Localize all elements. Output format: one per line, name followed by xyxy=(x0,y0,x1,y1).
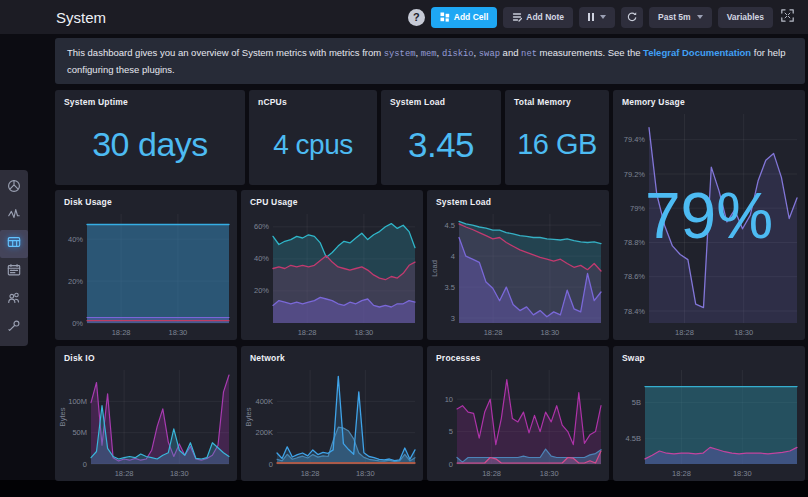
panel-system-load-chart[interactable]: System Load 18:2818:3033.544.5Load xyxy=(427,190,609,340)
panel-system-uptime[interactable]: System Uptime 30 days xyxy=(55,90,245,185)
dashboard-header: System ? Add Cell Add Note Past 5m xyxy=(0,0,808,34)
panel-network[interactable]: Network 18:2818:300200K400KBytes xyxy=(241,346,423,481)
chart-row-2: Disk IO 18:2818:30050M100MBytes Network … xyxy=(55,346,805,481)
variables-button[interactable]: Variables xyxy=(718,7,773,28)
svg-text:40%: 40% xyxy=(254,254,269,263)
panel-title: Disk Usage xyxy=(55,190,237,207)
svg-text:18:28: 18:28 xyxy=(112,328,131,337)
host-list-icon xyxy=(7,179,21,197)
upper-grid: System Uptime 30 days nCPUs 4 cpus Syste… xyxy=(55,90,805,340)
svg-text:18:30: 18:30 xyxy=(169,328,188,337)
network-chart: 18:2818:300200K400KBytes xyxy=(243,364,421,479)
svg-text:18:28: 18:28 xyxy=(298,328,317,337)
stat-value-total-memory: 16 GB xyxy=(505,104,609,185)
memory-usage-chart: 18:2818:3079.4%79.2%79%78.8%78.6%78.4% xyxy=(615,108,803,338)
svg-text:3.5: 3.5 xyxy=(445,283,455,292)
expand-icon xyxy=(781,9,794,22)
panel-disk-io[interactable]: Disk IO 18:2818:30050M100MBytes xyxy=(55,346,237,481)
panel-ncpus[interactable]: nCPUs 4 cpus xyxy=(249,90,377,185)
svg-text:18:30: 18:30 xyxy=(733,469,752,478)
svg-text:79.4%: 79.4% xyxy=(624,135,646,144)
variables-label: Variables xyxy=(727,12,764,22)
svg-text:4.5B: 4.5B xyxy=(626,434,641,443)
add-cell-button[interactable]: Add Cell xyxy=(431,7,497,28)
sidebar-item-dashboards-calendar[interactable] xyxy=(0,258,28,286)
nav-sidebar xyxy=(0,170,28,346)
swap-chart: 18:2818:304.5B5B xyxy=(615,364,803,479)
banner-text: and xyxy=(500,47,521,58)
panel-memory-usage[interactable]: Memory Usage 18:2818:3079.4%79.2%79%78.8… xyxy=(613,90,805,340)
panel-title: Network xyxy=(241,346,423,363)
help-button[interactable]: ? xyxy=(408,9,425,26)
telegraf-documentation-link[interactable]: Telegraf Documentation xyxy=(643,47,751,58)
svg-text:100M: 100M xyxy=(68,397,87,406)
panel-swap[interactable]: Swap 18:2818:304.5B5B xyxy=(613,346,805,481)
svg-text:10: 10 xyxy=(445,395,453,404)
banner-text: net xyxy=(521,49,537,59)
chevron-down-icon xyxy=(697,15,703,19)
sidebar-item-configuration[interactable] xyxy=(0,314,28,342)
svg-text:60%: 60% xyxy=(254,222,269,231)
panel-title: CPU Usage xyxy=(241,190,423,207)
banner-text: system xyxy=(384,49,416,59)
dashboard-body: This dashboard gives you an overview of … xyxy=(55,38,805,481)
add-note-icon xyxy=(512,12,522,22)
svg-text:Load: Load xyxy=(430,260,439,277)
stat-value-load: 3.45 xyxy=(381,104,501,185)
add-cell-label: Add Cell xyxy=(454,12,488,22)
svg-text:5: 5 xyxy=(449,427,453,436)
svg-text:18:30: 18:30 xyxy=(541,328,560,337)
cpu-usage-chart: 18:2818:3020%40%60% xyxy=(243,208,421,338)
svg-text:4: 4 xyxy=(451,252,455,261)
time-range-dropdown[interactable]: Past 5m xyxy=(649,7,712,28)
svg-text:5B: 5B xyxy=(632,398,641,407)
panel-title: Disk IO xyxy=(55,346,237,363)
banner-text: This dashboard gives you an overview of … xyxy=(67,47,384,58)
add-note-button[interactable]: Add Note xyxy=(503,7,573,28)
panel-processes[interactable]: Processes 18:2818:300510 xyxy=(427,346,609,481)
refresh-button[interactable] xyxy=(621,7,643,28)
panel-total-memory[interactable]: Total Memory 16 GB xyxy=(505,90,609,185)
svg-text:18:28: 18:28 xyxy=(672,469,691,478)
dashboard-icon xyxy=(7,235,21,253)
pulse-graph-icon xyxy=(7,207,21,225)
panel-cpu-usage[interactable]: CPU Usage 18:2818:3020%40%60% xyxy=(241,190,423,340)
sidebar-item-dashboards[interactable] xyxy=(0,230,28,258)
refresh-icon xyxy=(626,11,638,23)
svg-text:200K: 200K xyxy=(255,428,273,437)
panel-title: Swap xyxy=(613,346,805,363)
stat-value-uptime: 30 days xyxy=(55,104,245,185)
pause-refresh-dropdown[interactable] xyxy=(579,7,615,28)
dashboard-note-banner: This dashboard gives you an overview of … xyxy=(55,38,805,84)
svg-text:0%: 0% xyxy=(72,319,83,328)
svg-text:18:28: 18:28 xyxy=(115,469,134,478)
add-note-label: Add Note xyxy=(526,12,564,22)
svg-text:Bytes: Bytes xyxy=(58,407,67,426)
time-range-label: Past 5m xyxy=(658,12,691,22)
processes-chart: 18:2818:300510 xyxy=(429,364,607,479)
svg-text:50M: 50M xyxy=(72,428,87,437)
add-cell-grid-icon xyxy=(440,12,450,22)
svg-text:400K: 400K xyxy=(255,397,273,406)
panel-title: System Load xyxy=(427,190,609,207)
presentation-mode-button[interactable] xyxy=(779,9,796,25)
svg-text:18:28: 18:28 xyxy=(484,328,503,337)
sidebar-item-data-explorer[interactable] xyxy=(0,202,28,230)
svg-text:18:28: 18:28 xyxy=(482,469,501,478)
panel-system-load-stat[interactable]: System Load 3.45 xyxy=(381,90,501,185)
sidebar-item-host-list[interactable] xyxy=(0,174,28,202)
svg-text:78.8%: 78.8% xyxy=(624,238,646,247)
svg-text:0: 0 xyxy=(269,460,273,469)
banner-text: diskio xyxy=(442,49,474,59)
svg-text:Bytes: Bytes xyxy=(244,407,253,426)
page-title: System xyxy=(56,9,106,26)
users-icon xyxy=(7,291,21,309)
panel-disk-usage[interactable]: Disk Usage 18:2818:300%20%40% xyxy=(55,190,237,340)
system-load-chart: 18:2818:3033.544.5Load xyxy=(429,208,607,338)
svg-text:18:30: 18:30 xyxy=(356,469,375,478)
svg-text:79%: 79% xyxy=(630,204,645,213)
sidebar-item-admin[interactable] xyxy=(0,286,28,314)
banner-text: measurements. See the xyxy=(537,47,643,58)
svg-text:18:28: 18:28 xyxy=(675,328,694,337)
svg-text:18:30: 18:30 xyxy=(540,469,559,478)
